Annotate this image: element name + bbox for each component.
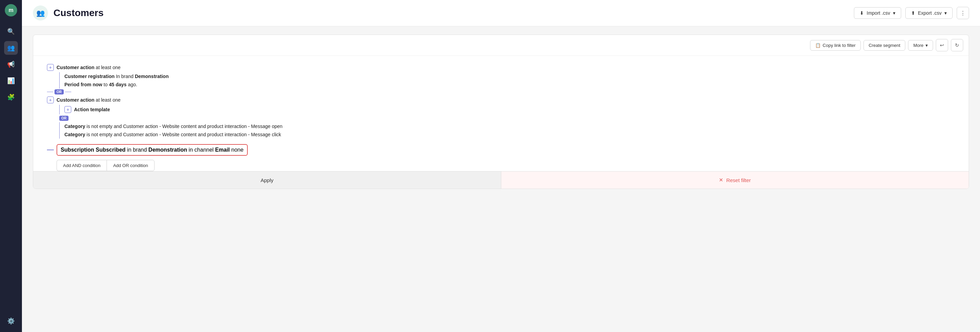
x-icon: ✕ (719, 177, 723, 183)
import-chevron-icon: ▾ (893, 10, 896, 16)
export-csv-button[interactable]: ⬆ Export .csv ▾ (905, 7, 953, 19)
more-chevron-icon: ▾ (926, 43, 928, 48)
add-condition-buttons: Add AND condition Add OR condition (57, 160, 955, 171)
apply-button[interactable]: Apply (33, 171, 501, 188)
app-logo: m (5, 4, 17, 16)
expand-btn-1[interactable]: + (47, 64, 54, 71)
more-button[interactable]: More ▾ (908, 40, 933, 51)
filter-body: + Customer action at least one Customer … (33, 56, 969, 171)
customers-icon: 👥 (33, 5, 48, 21)
filter-panel: 📋 Copy link to filter Create segment Mor… (33, 35, 969, 189)
content-area: 📋 Copy link to filter Create segment Mor… (22, 26, 980, 332)
category-row-2: Category is not empty and Customer actio… (60, 130, 282, 139)
undo-button[interactable]: ↩ (936, 39, 948, 51)
create-segment-button[interactable]: Create segment (864, 40, 906, 51)
page-title: Customers (54, 8, 848, 19)
export-chevron-icon: ▾ (944, 10, 947, 16)
import-csv-button[interactable]: ⬇ Import .csv ▾ (854, 7, 901, 19)
sidebar-item-campaigns[interactable]: 📢 (4, 57, 18, 71)
expand-btn-3[interactable]: + (64, 106, 71, 113)
period-row: Period from now to 45 days ago. (60, 81, 282, 89)
copy-link-button[interactable]: 📋 Copy link to filter (810, 40, 861, 51)
more-options-button[interactable]: ⋮ (957, 7, 969, 19)
subscription-row-container: Subscription Subscribed in brand Demonst… (47, 143, 955, 157)
reset-filter-button[interactable]: ✕ Reset filter (501, 171, 969, 188)
or-badge-2: OR (59, 116, 68, 121)
sidebar-item-analytics[interactable]: 📊 (4, 74, 18, 88)
action-template-row: + Action template (60, 105, 282, 114)
import-icon: ⬇ (860, 10, 864, 16)
export-icon: ⬆ (911, 10, 915, 16)
sidebar-item-search[interactable]: 🔍 (4, 25, 18, 38)
customer-action-row-2: + Customer action at least one (47, 95, 282, 105)
add-and-condition-button[interactable]: Add AND condition (57, 160, 107, 171)
sidebar-item-integrations[interactable]: 🧩 (4, 90, 18, 104)
bottom-bar: Apply ✕ Reset filter (33, 171, 969, 188)
page-header: 👥 Customers ⬇ Import .csv ▾ ⬆ Export .cs… (22, 0, 980, 26)
filter-toolbar: 📋 Copy link to filter Create segment Mor… (33, 35, 969, 56)
header-actions: ⬇ Import .csv ▾ ⬆ Export .csv ▾ ⋮ (854, 7, 969, 19)
copy-icon: 📋 (815, 43, 821, 48)
or-badge-1: OR (54, 89, 64, 95)
customer-registration-row: Customer registration In brand Demonstra… (60, 72, 282, 81)
sidebar-item-settings[interactable]: ⚙️ (4, 314, 18, 328)
main-area: 👥 Customers ⬇ Import .csv ▾ ⬆ Export .cs… (22, 0, 980, 332)
subscription-row: Subscription Subscribed in brand Demonst… (57, 144, 248, 156)
sidebar-item-customers[interactable]: 👥 (4, 41, 18, 55)
add-or-condition-button[interactable]: Add OR condition (107, 160, 154, 171)
category-row-1: Category is not empty and Customer actio… (60, 122, 282, 130)
sidebar: m 🔍 👥 📢 📊 🧩 ⚙️ (0, 0, 22, 332)
customer-action-row-1: + Customer action at least one (47, 63, 282, 72)
redo-button[interactable]: ↻ (951, 39, 963, 51)
expand-btn-2[interactable]: + (47, 96, 54, 103)
